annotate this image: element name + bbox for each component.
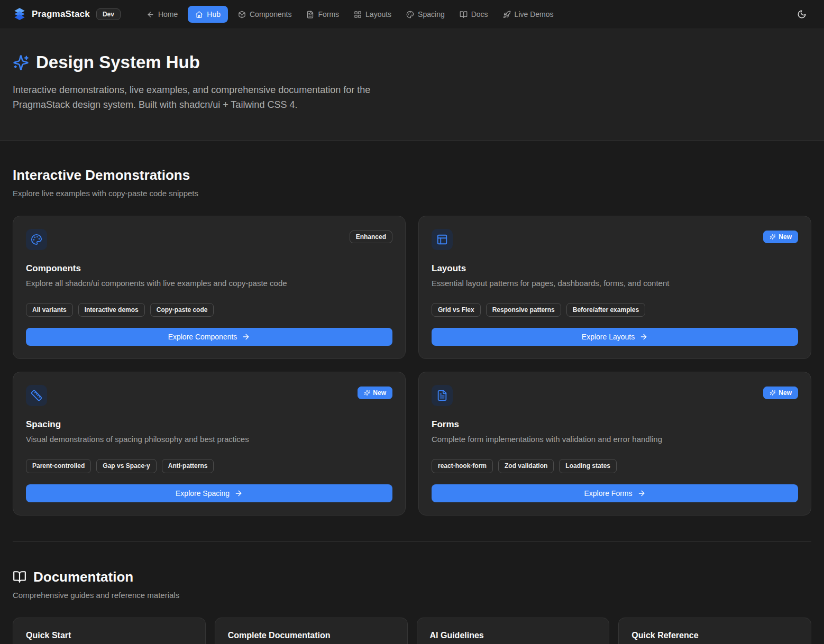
arrow-right-icon <box>242 333 250 341</box>
tag: Before/after examples <box>566 303 645 317</box>
file-text-icon <box>306 11 314 19</box>
nav-item-components[interactable]: Components <box>233 6 296 23</box>
card-title: Forms <box>432 419 798 430</box>
button-label: Explore Components <box>168 333 237 341</box>
demo-card-layouts: New Layouts Essential layout patterns fo… <box>418 216 811 359</box>
card-icon-box <box>26 229 47 250</box>
rocket-icon <box>503 11 511 19</box>
card-icon-box <box>432 229 453 250</box>
theme-toggle-button[interactable] <box>792 5 811 24</box>
doc-card-title: Quick Start <box>26 631 193 640</box>
sparkles-icon <box>364 390 370 396</box>
layout-grid-icon <box>354 11 362 19</box>
card-description: Visual demonstrations of spacing philoso… <box>26 435 392 444</box>
arrow-right-icon <box>234 489 243 498</box>
tag: All variants <box>26 303 73 317</box>
file-text-icon <box>436 390 448 401</box>
nav-item-docs[interactable]: Docs <box>455 6 493 23</box>
nav-item-live-demos[interactable]: Live Demos <box>498 6 559 23</box>
new-badge: New <box>358 387 392 399</box>
tag: Copy-paste code <box>150 303 214 317</box>
tag: Loading states <box>559 459 617 473</box>
card-description: Explore all shadcn/ui components with li… <box>26 279 392 288</box>
card-title: Components <box>26 263 392 274</box>
sparkles-icon <box>770 390 776 396</box>
demo-card-forms: New Forms Complete form implementations … <box>418 372 811 515</box>
demos-heading: Interactive Demonstrations <box>13 167 811 183</box>
demos-section-head: Interactive Demonstrations Explore live … <box>13 167 811 198</box>
doc-card-quick-start[interactable]: Quick Start 5-minute crash course <box>13 618 206 644</box>
demo-card-grid: Enhanced Components Explore all shadcn/u… <box>13 216 811 516</box>
badge-label: New <box>779 390 792 396</box>
tag: Interactive demos <box>78 303 145 317</box>
card-tags: Grid vs Flex Responsive patterns Before/… <box>432 303 798 317</box>
card-title: Spacing <box>26 419 392 430</box>
env-badge: Dev <box>96 8 121 20</box>
nav-item-layouts[interactable]: Layouts <box>349 6 396 23</box>
doc-card-title: Quick Reference <box>631 631 798 640</box>
new-badge: New <box>763 231 798 243</box>
hero-section: Design System Hub Interactive demonstrat… <box>0 29 824 141</box>
doc-card-quick-reference[interactable]: Quick Reference Cheat sheet for lookups <box>618 618 811 644</box>
nav-item-label: Home <box>158 10 178 19</box>
explore-components-button[interactable]: Explore Components <box>26 328 392 346</box>
card-description: Essential layout patterns for pages, das… <box>432 279 798 288</box>
demo-card-components: Enhanced Components Explore all shadcn/u… <box>13 216 406 359</box>
doc-card-ai-guidelines[interactable]: AI Guidelines Rules for AI code generati… <box>417 618 610 644</box>
sparkles-icon <box>770 234 776 240</box>
doc-card-title: Complete Documentation <box>228 631 395 640</box>
sparkles-icon <box>13 54 29 71</box>
brand[interactable]: PragmaStack <box>13 7 90 21</box>
explore-spacing-button[interactable]: Explore Spacing <box>26 484 392 502</box>
new-badge: New <box>763 387 798 399</box>
card-title: Layouts <box>432 263 798 274</box>
button-label: Explore Spacing <box>176 489 230 498</box>
card-icon-box <box>432 385 453 406</box>
doc-card-grid: Quick Start 5-minute crash course Comple… <box>13 618 811 644</box>
card-description: Complete form implementations with valid… <box>432 435 798 444</box>
demos-subheading: Explore live examples with copy-paste co… <box>13 189 811 198</box>
book-open-icon <box>460 11 468 19</box>
house-icon <box>195 11 203 19</box>
page-title: Design System Hub <box>13 52 811 72</box>
demo-card-spacing: New Spacing Visual demonstrations of spa… <box>13 372 406 515</box>
arrow-left-icon <box>147 11 154 19</box>
badge-label: New <box>373 390 386 396</box>
ruler-icon <box>31 390 42 401</box>
explore-forms-button[interactable]: Explore Forms <box>432 484 798 502</box>
documentation-heading: Documentation <box>13 569 811 585</box>
palette-icon <box>406 11 414 19</box>
primary-nav: Home Hub Components Forms Layouts Spacin… <box>142 6 559 23</box>
documentation-section-head: Documentation Comprehensive guides and r… <box>13 569 811 600</box>
demos-section: Interactive Demonstrations Explore live … <box>13 141 811 516</box>
tag: Gap vs Space-y <box>96 459 156 473</box>
card-tags: react-hook-form Zod validation Loading s… <box>432 459 798 473</box>
page-subtitle: Interactive demonstrations, live example… <box>13 83 412 113</box>
badge-label: New <box>779 234 792 240</box>
book-open-icon <box>13 570 26 584</box>
explore-layouts-button[interactable]: Explore Layouts <box>432 328 798 346</box>
nav-item-spacing[interactable]: Spacing <box>401 6 450 23</box>
nav-item-label: Docs <box>471 10 488 19</box>
tag: Responsive patterns <box>486 303 561 317</box>
box-icon <box>238 11 246 19</box>
tag: Parent-controlled <box>26 459 91 473</box>
tag: Grid vs Flex <box>432 303 481 317</box>
documentation-subheading: Comprehensive guides and reference mater… <box>13 591 811 600</box>
badge-label: Enhanced <box>356 234 386 240</box>
nav-item-label: Hub <box>207 10 221 19</box>
tag: react-hook-form <box>432 459 493 473</box>
tag: Anti-patterns <box>162 459 214 473</box>
nav-item-hub[interactable]: Hub <box>188 6 228 23</box>
doc-card-complete-documentation[interactable]: Complete Documentation Full design syste… <box>215 618 408 644</box>
top-navbar: PragmaStack Dev Home Hub Components Form… <box>0 0 824 29</box>
nav-item-home[interactable]: Home <box>142 6 182 23</box>
page-title-text: Design System Hub <box>36 52 200 72</box>
button-label: Explore Forms <box>584 489 632 498</box>
main-content: Interactive Demonstrations Explore live … <box>0 141 824 644</box>
nav-item-forms[interactable]: Forms <box>301 6 344 23</box>
doc-card-title: AI Guidelines <box>430 631 597 640</box>
card-icon-box <box>26 385 47 406</box>
documentation-heading-text: Documentation <box>33 569 133 585</box>
card-tags: Parent-controlled Gap vs Space-y Anti-pa… <box>26 459 392 473</box>
